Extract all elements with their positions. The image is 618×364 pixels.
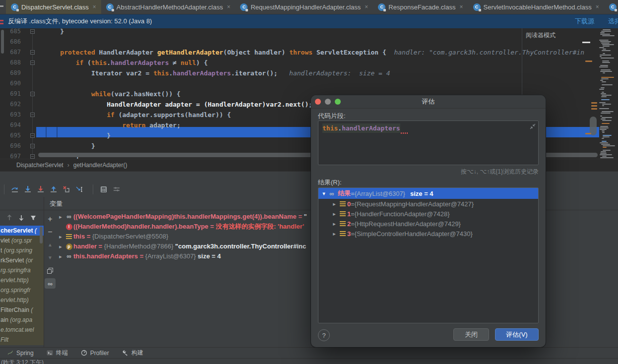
frames-list[interactable]: cherServlet (vlet (org.sprt (org.springr… xyxy=(0,226,44,345)
evaluate-expression-icon[interactable] xyxy=(97,184,110,195)
drop-frame-icon[interactable] xyxy=(60,184,73,195)
frame-item[interactable]: org.springfr xyxy=(0,285,44,295)
evaluate-button[interactable]: 评估(V) xyxy=(495,328,539,341)
close-button[interactable]: 关闭 xyxy=(453,328,489,341)
tab-InvocableHandlerMethod.class[interactable]: CInvocableHandlerMethod.class× xyxy=(604,0,618,14)
result-tree[interactable]: ▾∞结果 = {ArrayList@6307}size = 4▸0 = {Req… xyxy=(318,187,539,323)
breadcrumb-method[interactable]: getHandlerAdapter() xyxy=(73,162,127,169)
frame-item[interactable]: ervlet.http) xyxy=(0,275,44,285)
move-up-icon[interactable]: ▲ xyxy=(45,240,56,250)
tab-label: RequestMappingHandlerAdapter.class xyxy=(250,3,361,11)
code-minimap[interactable] xyxy=(599,28,618,159)
toolwindow-terminal[interactable]: 终端 xyxy=(47,349,68,357)
variable-row[interactable]: ▸phandler = {HandlerMethod@7866} "com.ga… xyxy=(57,242,306,251)
tab-RequestMappingHandlerAdapter.class[interactable]: CRequestMappingHandlerAdapter.class× xyxy=(235,0,373,14)
evaluate-dialog: 评估 代码片段: this.handlerAdapters 按⌥↓, ⌥↑或{1… xyxy=(311,95,546,347)
tab-variables[interactable]: 变量 xyxy=(50,199,62,208)
frame-item[interactable]: t (org.spring xyxy=(0,245,44,255)
help-button[interactable]: ? xyxy=(318,329,330,341)
tab-DispatcherServlet.class[interactable]: CDispatcherServlet.class× xyxy=(6,0,101,14)
variable-row[interactable]: ▸∞this.handlerAdapters = {ArrayList@6307… xyxy=(57,251,221,261)
notification-link-0[interactable]: 下载源 xyxy=(575,17,594,26)
tab-ServletInvocableHandlerMethod.class[interactable]: CServletInvocableHandlerMethod.class× xyxy=(468,0,604,14)
line-number: 695 xyxy=(0,130,21,141)
history-hint: 按⌥↓, ⌥↑或{1}浏览历史记录 xyxy=(461,168,539,176)
show-watches-icon[interactable]: ∞ xyxy=(45,278,56,289)
step-out-icon[interactable] xyxy=(47,184,60,195)
frame-item[interactable]: ervlet.http) xyxy=(0,295,44,305)
layout-settings-icon[interactable] xyxy=(110,184,123,195)
expand-chevron-icon[interactable]: ▸ xyxy=(330,221,338,227)
duplicate-icon[interactable] xyxy=(45,265,56,276)
collapse-icon[interactable] xyxy=(530,123,536,129)
frames-scrollbar-thumb[interactable] xyxy=(40,227,43,243)
frame-item[interactable]: rkServlet (or xyxy=(0,255,44,265)
fold-marker-icon[interactable] xyxy=(30,154,35,159)
expand-chevron-icon[interactable]: ▸ xyxy=(57,212,64,222)
frame-item[interactable]: ain (org.apa xyxy=(0,315,44,325)
frames-down-icon[interactable] xyxy=(18,214,25,221)
toolwindow-label: 终端 xyxy=(56,349,68,357)
step-into-icon[interactable] xyxy=(21,184,34,195)
frames-up-icon[interactable] xyxy=(6,214,13,221)
result-label: 结果(R): xyxy=(318,178,342,187)
breakpoint-mark xyxy=(0,20,3,21)
toolwindow-spring[interactable]: Spring xyxy=(7,350,34,357)
toolwindow-build[interactable]: 构建 xyxy=(122,349,143,357)
force-step-into-icon[interactable] xyxy=(34,184,47,195)
toolwindow-profiler[interactable]: Profiler xyxy=(81,350,109,357)
expand-chevron-icon[interactable]: ▸ xyxy=(330,201,338,207)
watch-icon: ∞ xyxy=(66,251,71,261)
code-snippet-input[interactable]: this.handlerAdapters xyxy=(318,121,539,165)
frame-item[interactable]: Filt xyxy=(0,335,44,345)
result-item-row[interactable]: ▸3 = {SimpleControllerHandlerAdapter@743… xyxy=(318,229,538,239)
frame-item[interactable]: e.tomcat.wel xyxy=(0,325,44,335)
close-tab-icon[interactable]: × xyxy=(227,3,230,10)
frames-filter-icon[interactable] xyxy=(30,214,37,221)
tool-window-bar: Spring终端Profiler构建 xyxy=(0,347,618,358)
frames-toolbar xyxy=(0,210,44,226)
profiler-icon xyxy=(81,350,87,356)
class-file-icon: C xyxy=(609,3,617,11)
close-tab-icon[interactable]: × xyxy=(93,3,96,10)
tab-ResponseFacade.class[interactable]: CResponseFacade.class× xyxy=(373,0,468,14)
fold-marker-icon[interactable] xyxy=(30,29,35,34)
step-over-icon[interactable] xyxy=(8,184,21,195)
collapse-chevron-icon[interactable]: ▾ xyxy=(318,190,329,197)
close-tab-icon[interactable]: × xyxy=(460,3,463,10)
dialog-title-bar[interactable]: 评估 xyxy=(311,95,546,109)
expand-chevron-icon[interactable]: ▸ xyxy=(57,251,64,261)
run-to-cursor-icon[interactable] xyxy=(73,184,86,195)
expand-chevron-icon[interactable]: ▸ xyxy=(330,231,338,237)
frame-item[interactable]: FilterChain ( xyxy=(0,305,44,315)
fold-marker-icon[interactable] xyxy=(30,61,35,65)
tab-AbstractHandlerMethodAdapter.class[interactable]: CAbstractHandlerMethodAdapter.class× xyxy=(101,0,236,14)
remove-watch-icon[interactable]: − xyxy=(45,227,56,237)
frame-item[interactable]: cherServlet ( xyxy=(0,226,44,236)
fold-marker-icon[interactable] xyxy=(30,144,35,148)
breadcrumb-class[interactable]: DispatcherServlet xyxy=(16,162,63,169)
move-down-icon[interactable]: ▼ xyxy=(45,252,56,263)
expand-chevron-icon[interactable]: ▸ xyxy=(57,242,64,251)
close-tab-icon[interactable]: × xyxy=(596,3,599,10)
toolwindow-label: 构建 xyxy=(131,349,143,357)
frame-item[interactable]: vlet (org.spr xyxy=(0,236,44,245)
result-item-row[interactable]: ▸0 = {RequestMappingHandlerAdapter@7427} xyxy=(318,199,538,209)
variable-row[interactable]: ▸this = {DispatcherServlet@5508} xyxy=(57,232,168,242)
add-watch-icon[interactable]: + xyxy=(45,214,56,224)
notification-link-1[interactable]: 选择 xyxy=(608,17,618,26)
variable-row[interactable]: ▸∞((WelcomePageHandlerMapping)this.handl… xyxy=(57,212,307,222)
close-tab-icon[interactable]: × xyxy=(365,3,368,10)
expand-chevron-icon[interactable]: ▸ xyxy=(330,211,338,217)
fold-marker-icon[interactable] xyxy=(30,50,35,55)
reader-mode-button[interactable]: 阅读器模式 xyxy=(526,31,556,40)
fold-marker-icon[interactable] xyxy=(30,133,35,138)
frame-item[interactable]: rg.springfra xyxy=(0,265,44,275)
variable-row[interactable]: !((HandlerMethod)handler.handler).beanTy… xyxy=(57,222,304,232)
fold-marker-icon[interactable] xyxy=(30,113,35,117)
result-item-row[interactable]: ▸1 = {HandlerFunctionAdapter@7428} xyxy=(318,209,538,219)
result-root-row[interactable]: ▾∞结果 = {ArrayList@6307}size = 4 xyxy=(318,188,538,199)
result-item-row[interactable]: ▸2 = {HttpRequestHandlerAdapter@7429} xyxy=(318,219,538,229)
fold-marker-icon[interactable] xyxy=(30,92,35,96)
expand-chevron-icon[interactable]: ▸ xyxy=(57,232,64,242)
